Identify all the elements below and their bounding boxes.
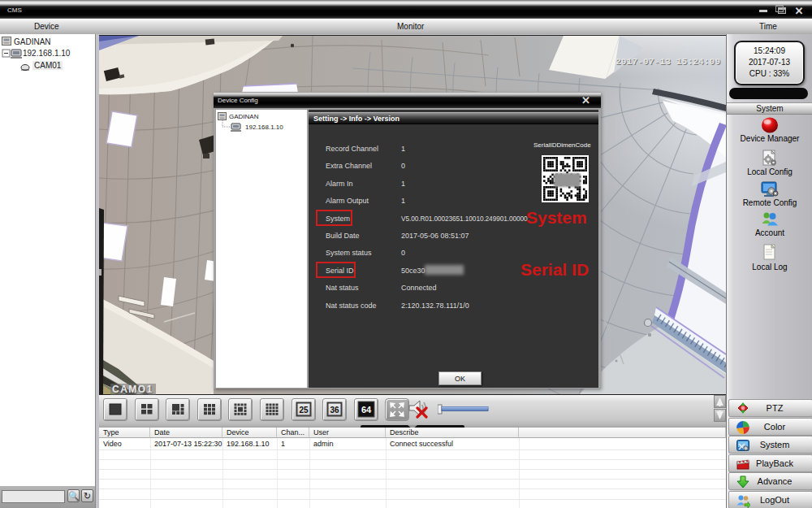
svg-text:64: 64 [361,405,372,415]
svg-text:36: 36 [330,406,339,415]
svg-text:25: 25 [299,406,309,415]
